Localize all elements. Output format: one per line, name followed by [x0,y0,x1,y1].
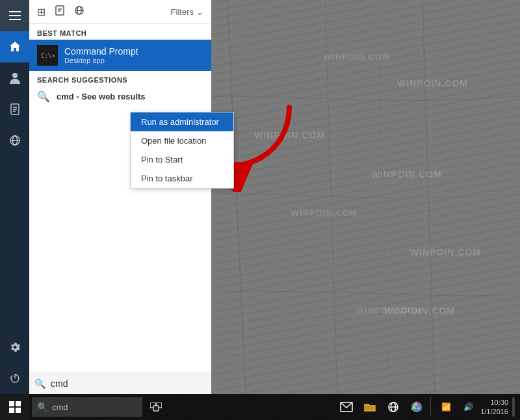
show-desktop-button[interactable] [512,397,515,417]
taskbar-task-view[interactable] [146,397,166,417]
search-icon: 🔍 [34,378,46,389]
taskbar-search-bar[interactable]: 🔍 cmd [32,397,142,417]
context-menu-item-run-admin[interactable]: Run as administrator [131,112,233,131]
svg-rect-29 [16,401,21,406]
svg-line-7 [455,0,468,420]
svg-rect-11 [9,19,21,20]
result-text-container: Command Prompt Desktop app [64,46,203,64]
chevron-down-icon: ⌄ [196,7,203,17]
svg-line-3 [273,0,286,420]
best-match-label: Best match [29,24,211,40]
start-search-input[interactable] [51,378,206,389]
svg-rect-20 [56,6,64,15]
filters-button[interactable]: Filters ⌄ [171,7,203,17]
svg-rect-34 [153,406,159,411]
svg-rect-10 [9,15,21,16]
taskbar-file-explorer-icon[interactable] [360,397,380,417]
svg-rect-9 [9,11,21,12]
sidebar-item-user[interactable] [0,62,29,94]
taskbar-start-button[interactable] [0,394,29,420]
start-menu-top-bar: ⊞ Filters ⌄ [29,0,211,24]
start-menu-icon-doc[interactable] [55,5,65,18]
svg-line-5 [377,0,390,420]
system-tray: 📶 🔊 10:30 1/1/2016 [430,397,508,417]
taskbar-search-text: cmd [52,402,68,412]
svg-text:C:\>_: C:\>_ [41,53,55,59]
taskbar-chrome-icon[interactable] [407,397,426,417]
svg-rect-30 [9,408,14,413]
svg-line-6 [422,0,436,420]
result-title: Command Prompt [64,46,203,57]
taskbar-globe-icon[interactable] [384,397,403,417]
system-tray-network[interactable]: 📶 [436,397,456,417]
taskbar-right-icons: 📶 🔊 10:30 1/1/2016 [337,397,520,417]
system-clock[interactable]: 10:30 1/1/2016 [480,398,508,417]
command-prompt-result[interactable]: C:\>_ Command Prompt Desktop app [29,40,211,71]
command-prompt-icon: C:\>_ [37,45,58,66]
watermark-6: WINPOIN.COM [324,52,390,62]
watermark-7: WINPOIN.COM [291,208,358,218]
taskbar-email-icon[interactable] [337,397,356,417]
result-subtitle: Desktop app [64,57,203,64]
search-suggestions-label: Search suggestions [29,71,211,86]
system-tray-volume[interactable]: 🔊 [458,397,478,417]
context-menu-item-pin-taskbar[interactable]: Pin to taskbar [131,169,233,188]
sidebar-item-settings[interactable] [0,332,29,363]
taskbar-search-icon: 🔍 [37,402,48,412]
svg-rect-28 [9,401,14,406]
sidebar-item-power[interactable] [0,363,29,394]
sidebar-item-menu[interactable] [0,0,29,31]
start-menu: ⊞ Filters ⌄ Best match C:\>_ [29,0,211,394]
svg-rect-31 [16,408,21,413]
clock-date: 1/1/2016 [480,407,508,416]
sidebar-item-documents[interactable] [0,94,29,125]
context-menu-item-open-location[interactable]: Open file location [131,131,233,150]
sidebar-bottom [0,332,29,394]
start-menu-icon-globe[interactable] [74,5,84,18]
start-sidebar [0,0,29,394]
taskbar-middle-icons [146,397,166,417]
cmd-suggestion[interactable]: 🔍 cmd - See web results [29,86,211,107]
taskbar: 🔍 cmd [0,394,520,420]
clock-time: 10:30 [480,398,508,407]
svg-point-12 [12,73,18,78]
search-suggestion-icon: 🔍 [37,90,50,103]
suggestion-text: cmd - See web results [57,92,146,101]
start-menu-icon-grid[interactable]: ⊞ [37,6,46,18]
sidebar-item-home[interactable] [0,31,29,62]
svg-point-41 [415,405,419,409]
watermark-8: WINPOIN.COM [356,306,422,315]
sidebar-item-globe[interactable] [0,125,29,156]
context-menu: Run as administrator Open file location … [130,112,234,189]
context-menu-item-pin-start[interactable]: Pin to Start [131,150,233,169]
start-search-bar: 🔍 [29,373,211,394]
svg-line-2 [228,0,247,420]
